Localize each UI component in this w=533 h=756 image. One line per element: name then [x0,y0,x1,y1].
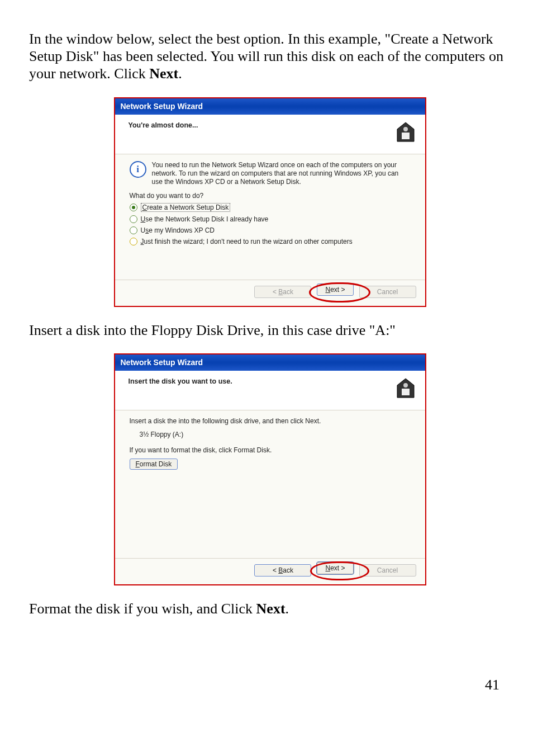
cancel-button[interactable]: Cancel [359,286,416,298]
radio-create-setup-disk[interactable]: Create a Network Setup Disk [130,203,411,212]
dialog2-header: Insert the disk you want to use. [129,376,232,385]
network-setup-wizard-dialog-2: Network Setup Wizard Insert the disk you… [114,353,426,585]
back-button[interactable]: < Back [254,286,311,298]
intro-paragraph: In the window below, select the best opt… [29,30,511,83]
radio-use-existing-disk[interactable]: Use the Network Setup Disk I already hav… [130,215,411,223]
next-button[interactable]: Next > [317,562,353,574]
info-icon: i [130,161,146,178]
dialog1-header: You're almost done... [129,120,198,129]
radio-label: Just finish the wizard; I don't need to … [141,238,353,245]
dialog1-titlebar: Network Setup Wizard [115,98,425,115]
next-button[interactable]: Next > [317,284,353,296]
middle-paragraph: Insert a disk into the Floppy Disk Drive… [29,322,511,339]
dialog2-titlebar: Network Setup Wizard [115,355,425,371]
radio-icon [130,238,137,245]
dialog1-info-text: You need to run the Network Setup Wizard… [152,161,411,186]
radio-icon [130,215,137,223]
dialog2-line1: Insert a disk the into the following dis… [130,417,411,425]
cancel-button[interactable]: Cancel [359,564,416,577]
intro-bold: Next [149,65,178,82]
svg-point-5 [403,383,408,388]
radio-label: Use my Windows XP CD [141,226,215,234]
intro-text: In the window below, select the best opt… [29,31,503,82]
radio-label: Create a Network Setup Disk [141,203,231,212]
network-setup-wizard-dialog-1: Network Setup Wizard You're almost done.… [114,97,426,307]
format-disk-button[interactable]: Format Disk [130,459,178,470]
radio-use-windows-xp-cd[interactable]: Use my Windows XP CD [130,226,411,234]
closing-bold: Next [256,601,285,617]
closing-tail: . [285,601,289,617]
network-house-icon [394,376,417,400]
closing-paragraph: Format the disk if you wish, and Click N… [29,600,511,617]
svg-rect-4 [402,389,410,395]
page-number: 41 [0,654,533,710]
dialog2-drive: 3½ Floppy (A:) [140,431,411,438]
dialog1-question: What do you want to do? [130,192,411,200]
closing-text: Format the disk if you wish, and Click [29,601,256,617]
radio-just-finish[interactable]: Just finish the wizard; I don't need to … [130,238,411,245]
svg-point-2 [403,127,408,131]
intro-tail: . [178,65,182,82]
radio-icon [130,226,137,234]
radio-icon [130,204,137,211]
svg-rect-1 [402,133,410,139]
dialog2-line2: If you want to format the disk, click Fo… [130,446,411,454]
network-house-icon [394,120,417,144]
radio-label: Use the Network Setup Disk I already hav… [141,215,269,223]
back-button[interactable]: < Back [254,564,311,577]
